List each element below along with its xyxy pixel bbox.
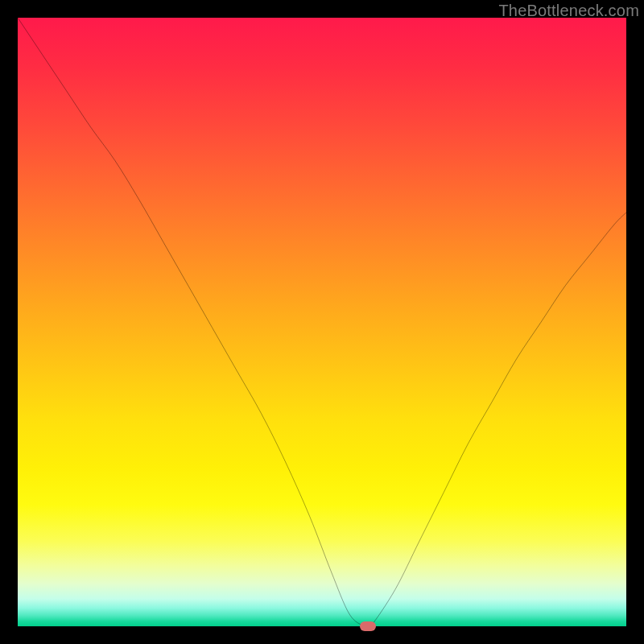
optimal-point-marker	[360, 621, 376, 631]
chart-stage: TheBottleneck.com	[0, 0, 644, 644]
bottleneck-curve	[18, 18, 626, 626]
plot-area	[18, 18, 626, 626]
curve-path	[18, 18, 626, 626]
